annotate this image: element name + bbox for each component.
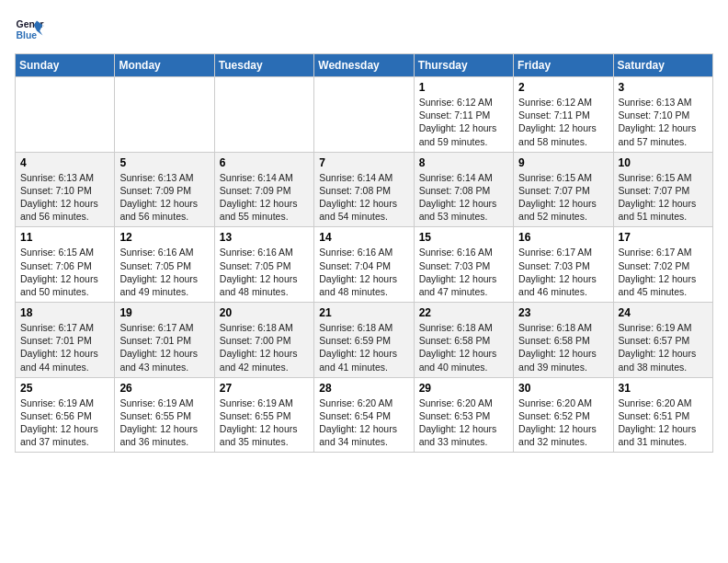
calendar-cell: 16Sunrise: 6:17 AMSunset: 7:03 PMDayligh… bbox=[514, 227, 613, 303]
day-number: 29 bbox=[419, 382, 508, 395]
calendar-cell: 9Sunrise: 6:15 AMSunset: 7:07 PMDaylight… bbox=[514, 152, 613, 227]
day-info: Sunrise: 6:20 AMSunset: 6:52 PMDaylight:… bbox=[518, 396, 608, 449]
day-info: Sunrise: 6:13 AMSunset: 7:10 PMDaylight:… bbox=[20, 171, 109, 224]
day-number: 15 bbox=[419, 231, 508, 244]
day-number: 2 bbox=[518, 81, 608, 94]
day-info: Sunrise: 6:12 AMSunset: 7:11 PMDaylight:… bbox=[419, 96, 508, 148]
calendar-cell: 22Sunrise: 6:18 AMSunset: 6:58 PMDayligh… bbox=[414, 303, 513, 378]
day-number: 31 bbox=[619, 382, 708, 395]
calendar-cell: 24Sunrise: 6:19 AMSunset: 6:57 PMDayligh… bbox=[613, 303, 712, 378]
calendar-cell: 28Sunrise: 6:20 AMSunset: 6:54 PMDayligh… bbox=[314, 377, 414, 453]
calendar-cell: 4Sunrise: 6:13 AMSunset: 7:10 PMDaylight… bbox=[16, 152, 115, 227]
day-info: Sunrise: 6:16 AMSunset: 7:03 PMDaylight:… bbox=[419, 246, 508, 298]
day-number: 27 bbox=[220, 382, 309, 395]
day-number: 3 bbox=[619, 81, 708, 94]
calendar-cell: 13Sunrise: 6:16 AMSunset: 7:05 PMDayligh… bbox=[214, 227, 313, 303]
week-row-5: 25Sunrise: 6:19 AMSunset: 6:56 PMDayligh… bbox=[16, 377, 713, 453]
week-row-1: 1Sunrise: 6:12 AMSunset: 7:11 PMDaylight… bbox=[16, 77, 713, 153]
day-info: Sunrise: 6:18 AMSunset: 6:58 PMDaylight:… bbox=[518, 321, 608, 373]
week-row-2: 4Sunrise: 6:13 AMSunset: 7:10 PMDaylight… bbox=[16, 152, 713, 227]
calendar-cell: 11Sunrise: 6:15 AMSunset: 7:06 PMDayligh… bbox=[16, 227, 115, 303]
day-number: 9 bbox=[518, 156, 608, 169]
calendar-cell: 12Sunrise: 6:16 AMSunset: 7:05 PMDayligh… bbox=[115, 227, 214, 303]
day-number: 20 bbox=[220, 306, 309, 319]
day-number: 16 bbox=[518, 231, 608, 244]
day-number: 14 bbox=[319, 231, 408, 244]
calendar-table: SundayMondayTuesdayWednesdayThursdayFrid… bbox=[15, 53, 713, 453]
calendar-cell: 10Sunrise: 6:15 AMSunset: 7:07 PMDayligh… bbox=[613, 152, 712, 227]
calendar-cell: 30Sunrise: 6:20 AMSunset: 6:52 PMDayligh… bbox=[514, 377, 613, 453]
day-info: Sunrise: 6:19 AMSunset: 6:55 PMDaylight:… bbox=[220, 396, 309, 449]
day-number: 23 bbox=[518, 306, 608, 319]
day-number: 5 bbox=[119, 156, 209, 169]
weekday-header-sunday: Sunday bbox=[16, 54, 115, 77]
weekday-header-saturday: Saturday bbox=[613, 54, 712, 77]
day-number: 10 bbox=[619, 156, 708, 169]
day-info: Sunrise: 6:17 AMSunset: 7:02 PMDaylight:… bbox=[619, 246, 708, 298]
day-info: Sunrise: 6:20 AMSunset: 6:53 PMDaylight:… bbox=[419, 396, 508, 449]
calendar-cell bbox=[115, 77, 214, 153]
day-info: Sunrise: 6:14 AMSunset: 7:08 PMDaylight:… bbox=[419, 171, 508, 224]
day-info: Sunrise: 6:13 AMSunset: 7:09 PMDaylight:… bbox=[119, 171, 209, 224]
day-info: Sunrise: 6:12 AMSunset: 7:11 PMDaylight:… bbox=[518, 96, 608, 148]
day-info: Sunrise: 6:15 AMSunset: 7:07 PMDaylight:… bbox=[619, 171, 708, 224]
calendar-cell: 26Sunrise: 6:19 AMSunset: 6:55 PMDayligh… bbox=[115, 377, 214, 453]
calendar-cell: 31Sunrise: 6:20 AMSunset: 6:51 PMDayligh… bbox=[613, 377, 712, 453]
day-info: Sunrise: 6:18 AMSunset: 6:59 PMDaylight:… bbox=[319, 321, 408, 373]
calendar-cell bbox=[16, 77, 115, 153]
day-number: 4 bbox=[20, 156, 109, 169]
day-number: 24 bbox=[619, 306, 708, 319]
day-info: Sunrise: 6:18 AMSunset: 6:58 PMDaylight:… bbox=[419, 321, 508, 373]
day-info: Sunrise: 6:19 AMSunset: 6:57 PMDaylight:… bbox=[619, 321, 708, 373]
day-info: Sunrise: 6:19 AMSunset: 6:55 PMDaylight:… bbox=[119, 396, 209, 449]
day-number: 11 bbox=[20, 231, 109, 244]
calendar-cell: 15Sunrise: 6:16 AMSunset: 7:03 PMDayligh… bbox=[414, 227, 513, 303]
calendar-cell: 14Sunrise: 6:16 AMSunset: 7:04 PMDayligh… bbox=[314, 227, 414, 303]
calendar-cell: 17Sunrise: 6:17 AMSunset: 7:02 PMDayligh… bbox=[613, 227, 712, 303]
day-number: 13 bbox=[220, 231, 309, 244]
day-number: 18 bbox=[20, 306, 109, 319]
week-row-3: 11Sunrise: 6:15 AMSunset: 7:06 PMDayligh… bbox=[16, 227, 713, 303]
calendar-cell: 23Sunrise: 6:18 AMSunset: 6:58 PMDayligh… bbox=[514, 303, 613, 378]
day-info: Sunrise: 6:15 AMSunset: 7:06 PMDaylight:… bbox=[20, 246, 109, 298]
calendar-cell: 5Sunrise: 6:13 AMSunset: 7:09 PMDaylight… bbox=[115, 152, 214, 227]
calendar-cell bbox=[314, 77, 414, 153]
day-number: 28 bbox=[319, 382, 408, 395]
svg-text:Blue: Blue bbox=[17, 30, 38, 40]
day-info: Sunrise: 6:17 AMSunset: 7:03 PMDaylight:… bbox=[518, 246, 608, 298]
calendar-cell: 6Sunrise: 6:14 AMSunset: 7:09 PMDaylight… bbox=[214, 152, 313, 227]
day-number: 17 bbox=[619, 231, 708, 244]
calendar-cell: 1Sunrise: 6:12 AMSunset: 7:11 PMDaylight… bbox=[414, 77, 513, 153]
calendar-cell: 25Sunrise: 6:19 AMSunset: 6:56 PMDayligh… bbox=[16, 377, 115, 453]
day-number: 12 bbox=[119, 231, 209, 244]
calendar-cell: 21Sunrise: 6:18 AMSunset: 6:59 PMDayligh… bbox=[314, 303, 414, 378]
calendar-cell bbox=[214, 77, 313, 153]
logo-icon: General Blue bbox=[15, 15, 44, 44]
logo: General Blue bbox=[15, 15, 44, 44]
day-number: 6 bbox=[220, 156, 309, 169]
calendar-cell: 19Sunrise: 6:17 AMSunset: 7:01 PMDayligh… bbox=[115, 303, 214, 378]
calendar-cell: 18Sunrise: 6:17 AMSunset: 7:01 PMDayligh… bbox=[16, 303, 115, 378]
day-number: 7 bbox=[319, 156, 408, 169]
day-info: Sunrise: 6:17 AMSunset: 7:01 PMDaylight:… bbox=[119, 321, 209, 373]
calendar-cell: 20Sunrise: 6:18 AMSunset: 7:00 PMDayligh… bbox=[214, 303, 313, 378]
day-number: 22 bbox=[419, 306, 508, 319]
weekday-header-monday: Monday bbox=[115, 54, 214, 77]
weekday-header-tuesday: Tuesday bbox=[214, 54, 313, 77]
day-number: 25 bbox=[20, 382, 109, 395]
day-info: Sunrise: 6:17 AMSunset: 7:01 PMDaylight:… bbox=[20, 321, 109, 373]
day-info: Sunrise: 6:15 AMSunset: 7:07 PMDaylight:… bbox=[518, 171, 608, 224]
day-info: Sunrise: 6:16 AMSunset: 7:05 PMDaylight:… bbox=[119, 246, 209, 298]
day-number: 8 bbox=[419, 156, 508, 169]
weekday-header-wednesday: Wednesday bbox=[314, 54, 414, 77]
day-info: Sunrise: 6:16 AMSunset: 7:04 PMDaylight:… bbox=[319, 246, 408, 298]
day-info: Sunrise: 6:19 AMSunset: 6:56 PMDaylight:… bbox=[20, 396, 109, 449]
day-info: Sunrise: 6:14 AMSunset: 7:09 PMDaylight:… bbox=[220, 171, 309, 224]
calendar-cell: 2Sunrise: 6:12 AMSunset: 7:11 PMDaylight… bbox=[514, 77, 613, 153]
day-info: Sunrise: 6:13 AMSunset: 7:10 PMDaylight:… bbox=[619, 96, 708, 148]
day-number: 30 bbox=[518, 382, 608, 395]
day-info: Sunrise: 6:20 AMSunset: 6:54 PMDaylight:… bbox=[319, 396, 408, 449]
calendar-cell: 3Sunrise: 6:13 AMSunset: 7:10 PMDaylight… bbox=[613, 77, 712, 153]
weekday-header-thursday: Thursday bbox=[414, 54, 513, 77]
week-row-4: 18Sunrise: 6:17 AMSunset: 7:01 PMDayligh… bbox=[16, 303, 713, 378]
